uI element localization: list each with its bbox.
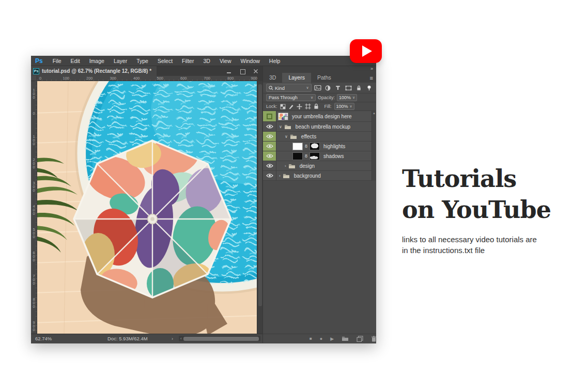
chevron-right-icon[interactable]: › — [283, 164, 288, 168]
lock-transparent-pixels-icon[interactable] — [280, 104, 286, 109]
layer-row-background[interactable]: › background — [263, 171, 376, 181]
tab-layers[interactable]: Layers — [282, 73, 311, 83]
layer-thumbnail[interactable] — [278, 113, 288, 120]
menu-item-edit[interactable]: Edit — [66, 58, 85, 64]
minimize-icon[interactable] — [226, 69, 231, 74]
layer-thumbnail[interactable] — [292, 152, 303, 160]
youtube-logo[interactable] — [350, 39, 382, 63]
layer-name: your umbrella design here — [292, 114, 352, 119]
type-layer-filter-icon[interactable] — [334, 84, 342, 92]
tab-3d[interactable]: 3D — [263, 73, 282, 83]
delete-layer-icon[interactable] — [371, 336, 377, 342]
visibility-cell[interactable] — [263, 122, 276, 131]
fill-input[interactable]: 100% ∨ — [334, 103, 354, 110]
opacity-value: 100% — [339, 95, 351, 100]
horizontal-scrollbar[interactable]: ‹ — [179, 336, 260, 341]
document-window: Ps tutorial.psd @ 62.7% (Rectangle 12, R… — [31, 66, 262, 343]
menu-item-image[interactable]: Image — [85, 58, 109, 64]
layer-row-highlights[interactable]: 8 highlights — [263, 142, 376, 151]
document-tab-bar: Ps tutorial.psd @ 62.7% (Rectangle 12, R… — [31, 66, 262, 76]
left-ruler: 1000100200300400500600700800900 — [31, 81, 37, 334]
lock-all-icon[interactable] — [314, 103, 319, 109]
menu-item-help[interactable]: Help — [265, 58, 285, 64]
close-icon[interactable] — [253, 69, 258, 74]
layer-row-beach-umbrella-mockup[interactable]: ∨ beach umbrella mockup — [263, 122, 376, 132]
visibility-cell[interactable] — [263, 161, 276, 170]
collapse-panels-icon[interactable]: » — [370, 66, 373, 71]
visibility-cell[interactable] — [263, 111, 276, 121]
top-ruler-label: 500 — [157, 76, 164, 81]
chevron-down-icon[interactable]: ∨ — [283, 134, 289, 139]
pixel-layer-filter-icon[interactable] — [314, 84, 322, 92]
eye-icon — [266, 134, 273, 139]
photoshop-window: Ps FileEditImageLayerTypeSelectFilter3DV… — [31, 56, 376, 343]
canvas[interactable] — [37, 81, 257, 334]
menu-item-view[interactable]: View — [215, 58, 236, 64]
blend-mode-select[interactable]: Pass Through ∨ — [266, 94, 316, 101]
page: Ps FileEditImageLayerTypeSelectFilter3DV… — [0, 0, 588, 392]
adjustment-layer-filter-icon[interactable] — [323, 84, 332, 92]
shape-layer-filter-icon[interactable] — [344, 84, 352, 92]
status-arrow-icon[interactable]: › — [172, 336, 173, 341]
promo-text: Tutorialson YouTube links to all necessa… — [402, 163, 572, 256]
lock-position-icon[interactable] — [297, 104, 302, 109]
visibility-cell[interactable] — [263, 171, 276, 180]
menu-item-window[interactable]: Window — [236, 58, 264, 64]
top-ruler-label: 100 — [63, 76, 70, 81]
panel-menu-icon[interactable]: ≡ — [370, 76, 373, 81]
menu-item-select[interactable]: Select — [153, 58, 177, 64]
scroll-up-icon[interactable]: ▲ — [373, 112, 376, 115]
zoom-level[interactable]: 62.74% — [31, 336, 67, 341]
document-tab[interactable]: Ps tutorial.psd @ 62.7% (Rectangle 12, R… — [31, 66, 157, 76]
opacity-input[interactable]: 100% ∨ — [337, 94, 357, 101]
new-layer-icon[interactable] — [357, 336, 363, 342]
visibility-cell[interactable] — [263, 132, 276, 141]
scroll-left-icon[interactable]: ‹ — [179, 336, 183, 341]
horizontal-scroll-thumb[interactable] — [183, 337, 259, 341]
layer-mask-thumbnail[interactable] — [310, 152, 320, 160]
mask-link-icon: 8 — [305, 144, 307, 149]
eye-icon — [266, 163, 273, 168]
menu-bar: Ps FileEditImageLayerTypeSelectFilter3DV… — [31, 56, 376, 66]
layer-style-icon[interactable]: ● — [320, 336, 322, 341]
visibility-cell[interactable] — [263, 142, 276, 151]
top-ruler-label: 700 — [204, 76, 211, 81]
lock-image-pixels-icon[interactable] — [288, 104, 294, 109]
layer-mask-thumbnail[interactable] — [310, 143, 320, 150]
layer-name: background — [294, 173, 321, 179]
lock-artboard-icon[interactable] — [305, 103, 311, 109]
layer-name: beach umbrella mockup — [296, 124, 350, 130]
kind-filter-select[interactable]: Kind ∨ — [266, 84, 312, 92]
layer-row-shadows[interactable]: 8 shadows — [263, 151, 376, 161]
new-group-icon[interactable] — [342, 336, 349, 341]
chevron-down-icon[interactable]: ∨ — [277, 124, 284, 129]
menu-item-filter[interactable]: Filter — [177, 58, 198, 64]
chevron-down-icon: ∨ — [306, 86, 308, 90]
menu-item-file[interactable]: File — [48, 58, 66, 64]
maximize-icon[interactable] — [240, 69, 245, 74]
left-ruler-label: 100 — [32, 135, 36, 146]
tab-paths[interactable]: Paths — [311, 73, 337, 83]
link-layers-icon[interactable]: ■ — [310, 336, 312, 341]
adjustment-layer-icon[interactable]: ▶ — [330, 336, 334, 341]
psd-file-icon: Ps — [33, 68, 39, 74]
left-ruler-label: 200 — [32, 158, 36, 169]
vertical-scrollbar[interactable] — [257, 81, 262, 334]
visibility-cell[interactable] — [263, 151, 276, 161]
menu-item-type[interactable]: Type — [132, 58, 153, 64]
chevron-right-icon[interactable]: › — [277, 174, 282, 178]
layer-row-effects[interactable]: ∨ effects — [263, 132, 376, 142]
layer-row-design[interactable]: › design — [263, 161, 376, 171]
layer-thumbnail[interactable] — [292, 143, 303, 150]
canvas-view: 0100200300400500600700800900 10001002003… — [31, 76, 262, 334]
layer-list-scrollbar[interactable]: ▲ — [372, 111, 376, 181]
smart-object-filter-icon[interactable] — [354, 84, 363, 92]
left-ruler-label: 0 — [32, 112, 36, 115]
top-ruler-label: 900 — [251, 76, 258, 81]
filtering-toggle-icon[interactable] — [365, 84, 373, 92]
layer-row-your-umbrella-design[interactable]: your umbrella design here — [263, 111, 376, 122]
menu-item-3d[interactable]: 3D — [198, 58, 214, 64]
menu-item-layer[interactable]: Layer — [109, 58, 132, 64]
layer-name: shadows — [323, 153, 344, 159]
left-ruler-label: 700 — [32, 274, 36, 285]
